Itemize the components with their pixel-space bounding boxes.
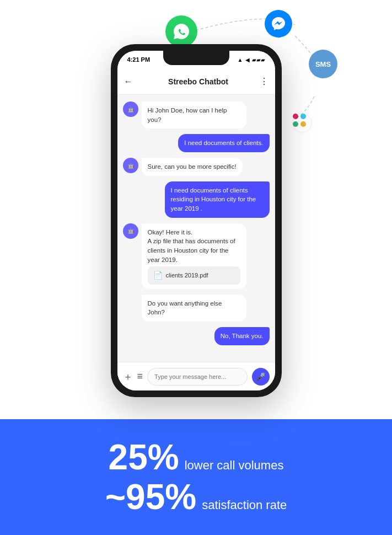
message-6: Do you want anything else John? [123,295,246,322]
msg5-text: Okay! Here it is.A zip file that has doc… [148,229,235,263]
messenger-icon [265,10,292,38]
pdf-filename: clients 2019.pdf [166,271,208,280]
message-2: I need documents of clients. [178,134,269,152]
bubble-5: Okay! Here it is.A zip file that has doc… [142,223,246,289]
menu-button[interactable]: ⋮ [260,76,269,87]
bot-avatar-1: 🤖 [123,101,138,117]
chat-title: Streebo Chatbot [137,77,260,86]
bubble-2: I need documents of clients. [178,134,269,152]
message-4: I need documents of clients residing in … [165,181,270,218]
stats-section: 25% lower call volumes ~95% satisfaction… [0,419,392,535]
sms-label: SMS [315,60,331,68]
svg-rect-1 [300,114,306,119]
pdf-icon: 📄 [153,270,163,281]
bot-avatar-5: 🤖 [123,223,138,239]
svg-rect-3 [300,121,306,127]
mic-button[interactable]: 🎤 [252,368,270,386]
whatsapp-icon [165,15,197,47]
status-time: 4:21 PM [127,56,151,63]
message-3: 🤖 Sure, can you be more specific! [123,158,243,176]
message-7: No, Thank you. [214,327,270,345]
message-1: 🤖 Hi John Doe, how can I help you? [123,101,246,129]
stat-number-1: 25% [109,440,179,475]
bot-avatar-3: 🤖 [123,158,138,173]
stat-label-2: satisfaction rate [202,498,287,512]
status-icons: ▲ ◀ ▰▰▰ [238,57,265,63]
stat-label-1: lower call volumes [185,458,284,473]
bubble-6: Do you want anything else John? [142,295,246,322]
phone-notch [163,51,229,65]
stat-row-1: 25% lower call volumes [109,440,284,475]
slack-icon [287,108,318,138]
chat-header: ← Streebo Chatbot ⋮ [117,68,275,95]
chat-input-bar: ＋ ≡ 🎤 [117,362,275,390]
top-section: SMS 4:21 PM ▲ ◀ ▰▰▰ ← [0,0,392,419]
chat-body[interactable]: 🤖 Hi John Doe, how can I help you? I nee… [117,95,275,362]
back-button[interactable]: ← [124,77,133,87]
add-icon[interactable]: ＋ [123,370,133,383]
bubble-1: Hi John Doe, how can I help you? [142,101,246,129]
pdf-attachment[interactable]: 📄 clients 2019.pdf [148,266,240,284]
stat-row-2: ~95% satisfaction rate [105,479,287,515]
message-input[interactable] [147,368,247,386]
bubble-4: I need documents of clients residing in … [165,181,270,218]
bubble-7: No, Thank you. [214,327,270,345]
svg-rect-2 [293,121,298,127]
menu-icon[interactable]: ≡ [137,371,143,382]
message-5: 🤖 Okay! Here it is.A zip file that has d… [123,223,246,289]
sms-icon: SMS [309,50,337,78]
phone-screen: 4:21 PM ▲ ◀ ▰▰▰ ← Streebo Chatbot ⋮ 🤖 [117,51,275,390]
stat-number-2: ~95% [105,479,196,515]
phone-frame: 4:21 PM ▲ ◀ ▰▰▰ ← Streebo Chatbot ⋮ 🤖 [111,44,282,397]
bubble-3: Sure, can you be more specific! [142,158,243,176]
